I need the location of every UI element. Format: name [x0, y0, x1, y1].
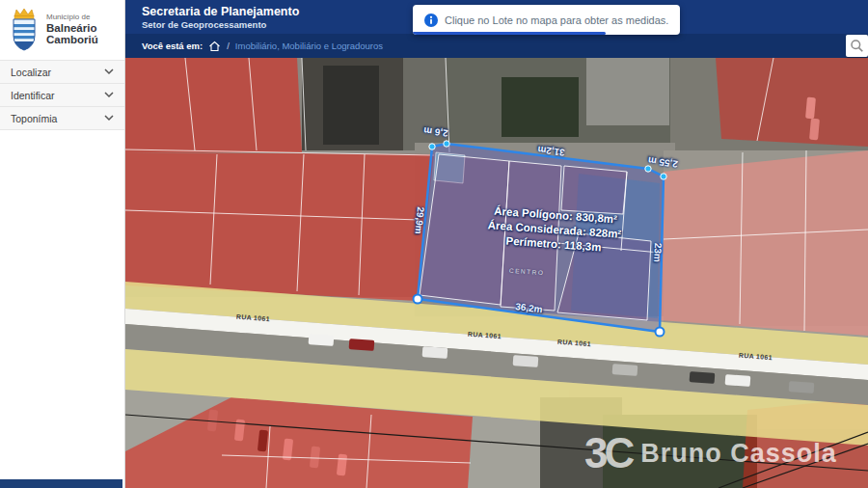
municipality-name-line2: Camboriú — [46, 34, 98, 46]
home-icon[interactable] — [208, 41, 221, 52]
toast-notification: Clique no Lote no mapa para obter as med… — [413, 5, 680, 35]
toast-message: Clique no Lote no mapa para obter as med… — [445, 14, 668, 26]
page-subtitle: Setor de Geoprocessamento — [142, 19, 266, 30]
search-button[interactable] — [846, 35, 868, 57]
breadcrumb-prefix: Você está em: — [142, 41, 203, 51]
geoprocessing-app-window: Município de Balneário Camboriú Localiza… — [0, 0, 868, 488]
page-title: Secretaria de Planejamento — [142, 5, 299, 18]
municipality-logo: Município de Balneário Camboriú — [0, 0, 124, 60]
municipality-label: Município de — [46, 14, 98, 22]
sidebar-footer-bar — [0, 479, 122, 488]
sidebar-item-label: Toponímia — [11, 113, 57, 124]
watermark: 3C Bruno Cassola — [584, 432, 837, 474]
municipality-name-line1: Balneário — [46, 22, 98, 35]
breadcrumb: Você está em: / Imobiliário, Mobiliário … — [125, 34, 868, 58]
breadcrumb-current-link[interactable]: Imobiliário, Mobiliário e Logradouros — [235, 41, 383, 51]
toast-progress-bar — [413, 32, 606, 35]
watermark-name: Bruno Cassola — [640, 439, 837, 469]
sidebar-item-identificar[interactable]: Identificar — [0, 84, 124, 107]
search-icon — [850, 39, 864, 53]
chevron-down-icon — [104, 68, 114, 75]
chevron-down-icon — [104, 92, 114, 98]
sidebar-item-label: Localizar — [11, 67, 51, 78]
sidebar-item-label: Identificar — [11, 90, 55, 101]
map-layers — [125, 58, 868, 488]
sidebar: Município de Balneário Camboriú Localiza… — [0, 0, 125, 488]
coat-of-arms-icon — [9, 7, 40, 53]
sidebar-item-localizar[interactable]: Localizar — [0, 61, 124, 84]
chevron-down-icon — [104, 115, 114, 122]
sidebar-item-toponimia[interactable]: Toponímia — [0, 107, 124, 130]
watermark-logo: 3C — [584, 432, 631, 474]
breadcrumb-separator: / — [227, 41, 230, 51]
map-viewport[interactable]: RUA 1061 RUA 1061 RUA 1061 RUA 1061 2,6 … — [125, 58, 868, 488]
info-icon — [424, 14, 438, 27]
sidebar-menu: Localizar Identificar Toponímia — [0, 60, 124, 130]
